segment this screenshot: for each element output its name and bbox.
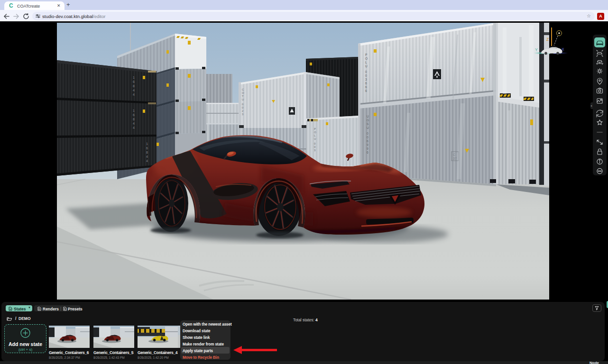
svg-text:Z: Z [546,37,549,42]
svg-text:S: S [367,122,369,126]
svg-text:C: C [242,88,244,91]
svg-text:U: U [367,115,369,118]
svg-text:37: 37 [453,157,457,160]
svg-text:U: U [365,64,368,68]
svg-text:4: 4 [146,155,148,158]
svg-text:0: 0 [365,74,367,77]
svg-text:P: P [365,53,367,56]
svg-text:6: 6 [146,146,148,150]
svg-text:U: U [242,98,244,101]
svg-text:6: 6 [367,139,368,143]
svg-text:0: 0 [367,132,368,135]
svg-text:1: 1 [133,76,135,79]
svg-text:4: 4 [146,159,148,163]
svg-text:0: 0 [365,70,367,73]
svg-text:G: G [367,118,369,122]
svg-text:1: 1 [146,142,148,146]
svg-text:4: 4 [133,122,135,125]
svg-text:P: P [314,127,316,130]
svg-text:6: 6 [367,151,368,154]
svg-text:9: 9 [367,143,368,146]
svg-text:8: 8 [133,118,135,121]
svg-text:1: 1 [133,109,135,112]
svg-text:T: T [242,95,244,98]
svg-text:O: O [242,91,244,94]
svg-text:L: L [365,61,367,64]
svg-text:0: 0 [367,136,368,139]
svg-text:6: 6 [133,80,135,83]
svg-text:6: 6 [133,113,135,117]
svg-text:O: O [314,131,316,134]
svg-text:4: 4 [133,89,135,92]
svg-text:9: 9 [367,147,368,150]
svg-text:X: X [562,47,564,52]
svg-text:U: U [314,137,316,140]
svg-text:Y: Y [535,47,538,52]
svg-text:O: O [365,57,368,60]
svg-text:8: 8 [146,151,148,154]
svg-text:8: 8 [133,84,135,88]
svg-text:3: 3 [365,78,367,81]
svg-text:6: 6 [365,85,367,89]
svg-text:6: 6 [365,82,367,85]
svg-text:U: U [367,126,369,129]
svg-text:6: 6 [365,89,367,92]
svg-text:C: C [453,153,455,156]
svg-text:4: 4 [133,93,135,96]
svg-text:4: 4 [133,126,135,129]
